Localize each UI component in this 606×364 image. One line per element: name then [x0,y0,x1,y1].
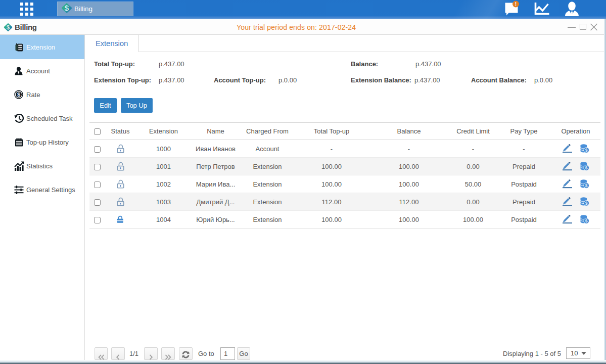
svg-text:$: $ [7,24,10,30]
svg-text:$: $ [65,4,69,12]
svg-text:!: ! [515,2,517,7]
svg-text:$: $ [17,92,20,98]
